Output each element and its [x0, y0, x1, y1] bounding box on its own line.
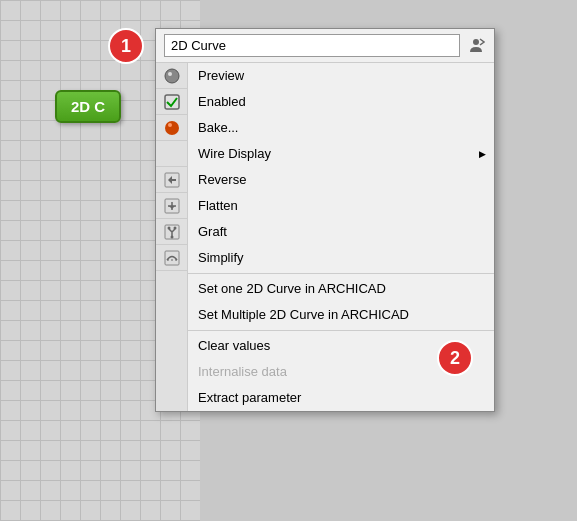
menu-item-bake[interactable]: Bake... — [188, 115, 494, 141]
icon-cell-graft — [156, 219, 188, 245]
menu-item-preview[interactable]: Preview — [188, 63, 494, 89]
svg-point-1 — [165, 69, 179, 83]
curve-button-label: 2D C — [71, 98, 105, 115]
svg-point-10 — [174, 226, 177, 229]
menu-title-row — [156, 29, 494, 63]
menu-item-extract[interactable]: Extract parameter — [188, 385, 494, 411]
menu-item-set-multiple[interactable]: Set Multiple 2D Curve in ARCHICAD — [188, 302, 494, 328]
menu-icons-column — [156, 63, 188, 411]
svg-point-0 — [473, 39, 479, 45]
icon-cell-wire — [156, 141, 188, 167]
icon-cell-enabled — [156, 89, 188, 115]
svg-point-9 — [168, 226, 171, 229]
menu-item-simplify[interactable]: Simplify — [188, 245, 494, 271]
menu-title-icon[interactable] — [466, 36, 486, 56]
svg-rect-12 — [165, 251, 179, 265]
menu-item-wire-display[interactable]: Wire Display — [188, 141, 494, 167]
svg-point-4 — [165, 121, 179, 135]
menu-title-input[interactable] — [164, 34, 460, 57]
menu-item-enabled[interactable]: Enabled — [188, 89, 494, 115]
svg-point-5 — [168, 123, 172, 127]
menu-item-flatten[interactable]: Flatten — [188, 193, 494, 219]
menu-item-reverse[interactable]: Reverse — [188, 167, 494, 193]
svg-point-2 — [168, 72, 172, 76]
icon-cell-flatten — [156, 193, 188, 219]
menu-item-graft[interactable]: Graft — [188, 219, 494, 245]
icon-cell-preview — [156, 63, 188, 89]
icon-cell-reverse — [156, 167, 188, 193]
badge-2: 2 — [437, 340, 473, 376]
svg-point-11 — [171, 235, 174, 238]
icon-cell-bake — [156, 115, 188, 141]
badge-1: 1 — [108, 28, 144, 64]
menu-divider-2 — [188, 330, 494, 331]
menu-divider-1 — [188, 273, 494, 274]
icon-cell-simplify — [156, 245, 188, 271]
menu-item-set-one[interactable]: Set one 2D Curve in ARCHICAD — [188, 276, 494, 302]
curve-button[interactable]: 2D C — [55, 90, 121, 123]
